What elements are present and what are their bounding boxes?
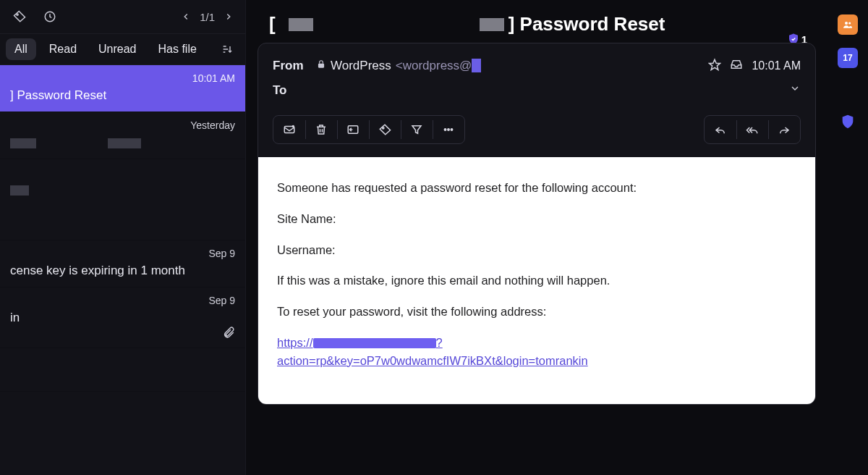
body-line: If this was a mistake, ignore this email…	[277, 272, 796, 290]
sender-name: WordPress	[331, 59, 391, 73]
filter-all[interactable]: All	[6, 38, 36, 60]
svg-point-0	[17, 14, 18, 15]
title-bracket: [	[269, 13, 276, 35]
attachment-icon	[222, 326, 235, 342]
body-line: Username:	[277, 241, 796, 259]
clock-icon[interactable]	[38, 4, 62, 29]
label-button[interactable]	[369, 116, 401, 143]
right-rail: 17	[827, 0, 868, 475]
list-item-time: Yesterday	[190, 119, 235, 131]
list-item-subject	[10, 135, 235, 150]
list-item[interactable]: Sep 9 in	[0, 287, 245, 348]
next-page-button[interactable]	[219, 7, 238, 26]
list-item[interactable]: 10:01 AM ] Password Reset	[0, 65, 245, 112]
tag-icon[interactable]	[7, 4, 32, 29]
list-item-subject	[10, 182, 235, 197]
svg-marker-3	[710, 59, 720, 70]
body-line: To reset your password, visit the follow…	[277, 303, 796, 321]
email-toolbar	[258, 109, 815, 157]
filter-button[interactable]	[401, 116, 433, 143]
sort-button[interactable]	[215, 37, 239, 62]
svg-point-8	[444, 129, 446, 130]
prev-page-button[interactable]	[176, 7, 195, 26]
list-item-time: 10:01 AM	[192, 72, 235, 84]
archive-button[interactable]	[337, 116, 369, 143]
reply-all-button[interactable]	[736, 116, 768, 143]
list-item[interactable]	[0, 159, 245, 240]
svg-point-9	[448, 129, 449, 130]
list-pager: 1/1	[176, 7, 238, 26]
list-item[interactable]: Sep 9 cense key is expiring in 1 month	[0, 240, 245, 287]
reset-link[interactable]: https://?action=rp&key=oP7w0wdwamcfIW7ik…	[277, 336, 588, 367]
inbox-icon[interactable]	[730, 58, 743, 74]
security-icon[interactable]	[838, 112, 858, 132]
message-list: 10:01 AM ] Password Reset Yesterday Sep …	[0, 65, 245, 475]
filter-has-file[interactable]: Has file	[150, 38, 205, 60]
filter-read[interactable]: Read	[41, 38, 85, 60]
reply-button[interactable]	[705, 116, 736, 143]
lock-icon	[316, 59, 326, 73]
from-value: WordPress <wordpress@	[316, 59, 481, 73]
list-item-time: Sep 9	[208, 248, 235, 259]
svg-point-11	[845, 22, 848, 25]
list-toolbar: 1/1	[0, 0, 245, 33]
svg-point-12	[848, 22, 851, 24]
svg-point-10	[451, 129, 452, 130]
email-body: Someone has requested a password reset f…	[258, 157, 815, 404]
filter-unread[interactable]: Unread	[90, 38, 145, 60]
sender-addr: <wordpress@	[396, 59, 472, 72]
list-item-subject: in	[10, 311, 235, 325]
more-button[interactable]	[433, 116, 464, 143]
email-time: 10:01 AM	[752, 59, 801, 72]
list-item-time: Sep 9	[208, 295, 235, 306]
title-text: ] Password Reset	[509, 13, 665, 35]
body-line: Site Name:	[277, 210, 796, 228]
svg-rect-2	[318, 64, 324, 68]
from-label: From	[273, 59, 316, 73]
expand-recipients[interactable]	[789, 83, 801, 98]
reader-pane: [ ] Password Reset 1 From	[246, 0, 868, 475]
calendar-icon[interactable]: 17	[838, 48, 858, 68]
to-label: To	[273, 83, 316, 98]
svg-point-7	[383, 127, 384, 129]
delete-button[interactable]	[305, 116, 337, 143]
message-list-pane: 1/1 All Read Unread Has file 10:01 AM ] …	[0, 0, 246, 475]
email-title: [ ] Password Reset	[258, 9, 816, 43]
pager-label: 1/1	[200, 11, 215, 23]
forward-button[interactable]	[768, 116, 800, 143]
mark-unread-button[interactable]	[273, 116, 305, 143]
list-item[interactable]	[0, 348, 245, 392]
email-card: From WordPress <wordpress@ 10:01 AM	[258, 43, 816, 405]
filter-bar: All Read Unread Has file	[0, 33, 245, 65]
svg-point-5	[292, 125, 294, 127]
list-item[interactable]: Yesterday	[0, 112, 245, 159]
contacts-icon[interactable]	[838, 14, 858, 35]
body-line: Someone has requested a password reset f…	[277, 179, 796, 197]
list-item-subject: ] Password Reset	[10, 88, 235, 103]
star-icon[interactable]	[708, 58, 721, 74]
list-item-subject: cense key is expiring in 1 month	[10, 264, 235, 278]
